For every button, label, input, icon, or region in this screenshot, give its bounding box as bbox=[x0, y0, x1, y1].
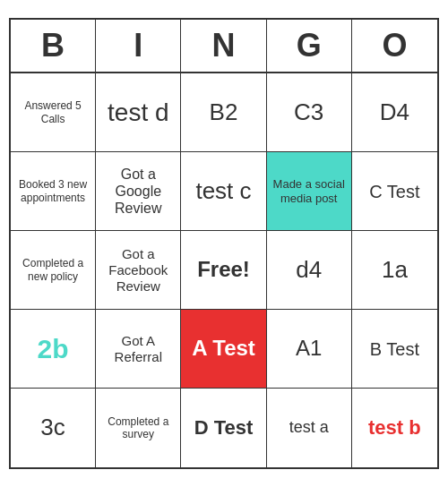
cell-n4: A Test bbox=[181, 310, 266, 389]
cell-o3: 1a bbox=[352, 231, 437, 310]
cell-o2: C Test bbox=[352, 152, 437, 231]
cell-g4: A1 bbox=[267, 310, 352, 389]
cell-b1: Answered 5 Calls bbox=[11, 73, 96, 152]
cell-n2: test c bbox=[181, 152, 266, 231]
header-i: I bbox=[96, 20, 181, 72]
cell-b2: Booked 3 new appointments bbox=[11, 152, 96, 231]
bingo-header: B I N G O bbox=[11, 20, 437, 73]
header-b: B bbox=[11, 20, 96, 72]
cell-o4: B Test bbox=[352, 310, 437, 389]
header-o: O bbox=[352, 20, 437, 72]
cell-n5: D Test bbox=[181, 389, 266, 467]
cell-i5: Completed a survey bbox=[96, 389, 181, 467]
cell-i3: Got a Facebook Review bbox=[96, 231, 181, 310]
header-g: G bbox=[267, 20, 352, 72]
bingo-grid: Answered 5 Calls test d B2 C3 D4 Booked … bbox=[11, 73, 437, 467]
cell-b3: Completed a new policy bbox=[11, 231, 96, 310]
bingo-card: B I N G O Answered 5 Calls test d B2 C3 … bbox=[9, 18, 439, 469]
cell-g2: Made a social media post bbox=[267, 152, 352, 231]
cell-i2: Got a Google Review bbox=[96, 152, 181, 231]
header-n: N bbox=[181, 20, 266, 72]
cell-g5: test a bbox=[267, 389, 352, 467]
cell-b4: 2b bbox=[11, 310, 96, 389]
cell-b5: 3c bbox=[11, 389, 96, 467]
cell-i1: test d bbox=[96, 73, 181, 152]
cell-i4: Got A Referral bbox=[96, 310, 181, 389]
cell-g3: d4 bbox=[267, 231, 352, 310]
cell-n3-free: Free! bbox=[181, 231, 266, 310]
cell-n1: B2 bbox=[181, 73, 266, 152]
cell-g1: C3 bbox=[267, 73, 352, 152]
cell-o1: D4 bbox=[352, 73, 437, 152]
cell-o5: test b bbox=[352, 389, 437, 467]
